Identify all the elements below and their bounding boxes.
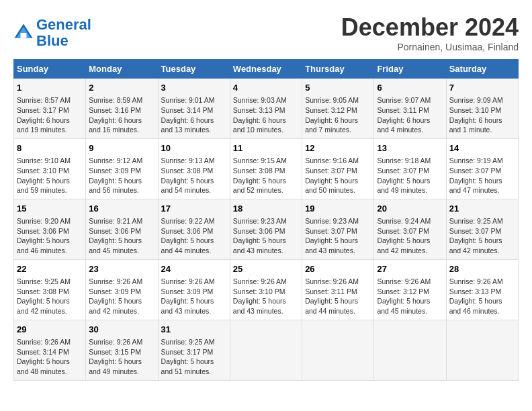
- header: General Blue December 2024 Pornainen, Uu…: [13, 13, 519, 52]
- day-number: 14: [449, 142, 515, 154]
- calendar-cell: 29Sunrise: 9:26 AMSunset: 3:14 PMDayligh…: [14, 320, 86, 380]
- sunrise-info: Sunrise: 9:20 AM: [17, 217, 71, 225]
- header-day-friday: Friday: [374, 60, 446, 79]
- daylight-info: Daylight: 5 hours and 45 minutes.: [89, 236, 142, 255]
- daylight-info: Daylight: 5 hours and 48 minutes.: [17, 357, 70, 375]
- calendar-cell: 15Sunrise: 9:20 AMSunset: 3:06 PMDayligh…: [14, 199, 86, 259]
- calendar-cell: [446, 320, 518, 380]
- sunrise-info: Sunrise: 9:19 AM: [449, 156, 503, 165]
- daylight-info: Daylight: 5 hours and 42 minutes.: [17, 297, 70, 315]
- day-number: 22: [17, 263, 83, 275]
- sunrise-info: Sunrise: 9:07 AM: [377, 96, 431, 104]
- day-number: 4: [233, 82, 299, 94]
- day-number: 17: [161, 203, 227, 215]
- sunrise-info: Sunrise: 9:23 AM: [233, 217, 287, 225]
- daylight-info: Daylight: 5 hours and 43 minutes.: [305, 236, 358, 255]
- calendar-cell: 23Sunrise: 9:26 AMSunset: 3:09 PMDayligh…: [86, 259, 158, 320]
- sunrise-info: Sunrise: 9:01 AM: [161, 96, 215, 104]
- calendar-cell: 17Sunrise: 9:22 AMSunset: 3:06 PMDayligh…: [158, 199, 230, 259]
- sunrise-info: Sunrise: 9:26 AM: [161, 277, 215, 285]
- day-number: 11: [233, 142, 299, 154]
- day-number: 12: [305, 142, 371, 154]
- daylight-info: Daylight: 5 hours and 46 minutes.: [449, 297, 502, 315]
- calendar-body: 1Sunrise: 8:57 AMSunset: 3:17 PMDaylight…: [14, 79, 519, 381]
- week-row-5: 29Sunrise: 9:26 AMSunset: 3:14 PMDayligh…: [14, 320, 519, 380]
- calendar-cell: 21Sunrise: 9:25 AMSunset: 3:07 PMDayligh…: [446, 199, 518, 259]
- calendar-cell: 5Sunrise: 9:05 AMSunset: 3:12 PMDaylight…: [302, 79, 374, 139]
- sunset-info: Sunset: 3:08 PM: [233, 167, 285, 175]
- sunrise-info: Sunrise: 8:59 AM: [89, 96, 142, 104]
- header-day-sunday: Sunday: [14, 60, 86, 79]
- calendar-cell: 27Sunrise: 9:26 AMSunset: 3:12 PMDayligh…: [374, 259, 446, 320]
- calendar-cell: 9Sunrise: 9:12 AMSunset: 3:09 PMDaylight…: [86, 138, 158, 199]
- day-number: 15: [17, 203, 83, 215]
- sunset-info: Sunset: 3:15 PM: [89, 348, 141, 356]
- sunrise-info: Sunrise: 9:25 AM: [449, 217, 503, 225]
- sunrise-info: Sunrise: 9:13 AM: [161, 156, 215, 165]
- sunset-info: Sunset: 3:14 PM: [17, 348, 69, 356]
- sunset-info: Sunset: 3:09 PM: [89, 167, 141, 175]
- week-row-1: 1Sunrise: 8:57 AMSunset: 3:17 PMDaylight…: [14, 79, 519, 139]
- calendar-cell: [302, 320, 374, 380]
- day-number: 18: [233, 203, 299, 215]
- calendar-cell: 20Sunrise: 9:24 AMSunset: 3:07 PMDayligh…: [374, 199, 446, 259]
- day-number: 23: [89, 263, 154, 275]
- sunset-info: Sunset: 3:07 PM: [449, 167, 502, 175]
- day-number: 7: [449, 82, 515, 94]
- daylight-info: Daylight: 5 hours and 45 minutes.: [377, 297, 430, 315]
- logo-text: General Blue: [36, 17, 91, 49]
- calendar-cell: 3Sunrise: 9:01 AMSunset: 3:14 PMDaylight…: [158, 79, 230, 139]
- calendar-cell: 24Sunrise: 9:26 AMSunset: 3:09 PMDayligh…: [158, 259, 230, 320]
- calendar-cell: 2Sunrise: 8:59 AMSunset: 3:16 PMDaylight…: [86, 79, 158, 139]
- day-number: 30: [89, 324, 154, 336]
- daylight-info: Daylight: 5 hours and 51 minutes.: [161, 357, 214, 375]
- header-row: SundayMondayTuesdayWednesdayThursdayFrid…: [14, 60, 519, 79]
- daylight-info: Daylight: 5 hours and 42 minutes.: [449, 236, 502, 255]
- calendar-cell: 8Sunrise: 9:10 AMSunset: 3:10 PMDaylight…: [14, 138, 86, 199]
- sunset-info: Sunset: 3:12 PM: [305, 106, 357, 114]
- calendar-cell: 7Sunrise: 9:09 AMSunset: 3:10 PMDaylight…: [446, 79, 518, 139]
- sunset-info: Sunset: 3:07 PM: [449, 227, 502, 235]
- sunset-info: Sunset: 3:17 PM: [161, 348, 214, 356]
- day-number: 6: [377, 82, 443, 94]
- sunrise-info: Sunrise: 9:21 AM: [89, 217, 142, 225]
- day-number: 28: [449, 263, 515, 275]
- sunrise-info: Sunrise: 9:24 AM: [377, 217, 431, 225]
- sunset-info: Sunset: 3:13 PM: [449, 287, 502, 295]
- sunset-info: Sunset: 3:06 PM: [233, 227, 285, 235]
- daylight-info: Daylight: 5 hours and 52 minutes.: [233, 177, 286, 195]
- day-number: 9: [89, 142, 154, 154]
- day-number: 27: [377, 263, 443, 275]
- sunrise-info: Sunrise: 9:26 AM: [377, 277, 431, 285]
- sunset-info: Sunset: 3:06 PM: [161, 227, 214, 235]
- sunrise-info: Sunrise: 9:10 AM: [17, 156, 71, 165]
- calendar-cell: 11Sunrise: 9:15 AMSunset: 3:08 PMDayligh…: [230, 138, 302, 199]
- daylight-info: Daylight: 5 hours and 44 minutes.: [305, 297, 358, 315]
- header-day-saturday: Saturday: [446, 60, 518, 79]
- sunset-info: Sunset: 3:07 PM: [305, 167, 357, 175]
- sunrise-info: Sunrise: 9:22 AM: [161, 217, 215, 225]
- daylight-info: Daylight: 5 hours and 43 minutes.: [233, 297, 286, 315]
- day-number: 25: [233, 263, 299, 275]
- calendar-cell: 28Sunrise: 9:26 AMSunset: 3:13 PMDayligh…: [446, 259, 518, 320]
- sunset-info: Sunset: 3:11 PM: [305, 287, 357, 295]
- day-number: 19: [305, 203, 371, 215]
- day-number: 2: [89, 82, 154, 94]
- sunrise-info: Sunrise: 8:57 AM: [17, 96, 71, 104]
- day-number: 21: [449, 203, 515, 215]
- daylight-info: Daylight: 6 hours and 4 minutes.: [377, 116, 430, 134]
- day-number: 3: [161, 82, 227, 94]
- sunrise-info: Sunrise: 9:26 AM: [233, 277, 287, 285]
- daylight-info: Daylight: 5 hours and 44 minutes.: [161, 236, 214, 255]
- daylight-info: Daylight: 6 hours and 1 minute.: [449, 116, 502, 134]
- sunset-info: Sunset: 3:09 PM: [161, 287, 214, 295]
- sunset-info: Sunset: 3:10 PM: [17, 167, 69, 175]
- day-number: 10: [161, 142, 227, 154]
- sunrise-info: Sunrise: 9:18 AM: [377, 156, 431, 165]
- sunset-info: Sunset: 3:07 PM: [305, 227, 357, 235]
- daylight-info: Daylight: 5 hours and 42 minutes.: [377, 236, 430, 255]
- daylight-info: Daylight: 5 hours and 46 minutes.: [17, 236, 70, 255]
- daylight-info: Daylight: 5 hours and 56 minutes.: [89, 177, 142, 195]
- sunrise-info: Sunrise: 9:25 AM: [161, 338, 215, 346]
- day-number: 24: [161, 263, 227, 275]
